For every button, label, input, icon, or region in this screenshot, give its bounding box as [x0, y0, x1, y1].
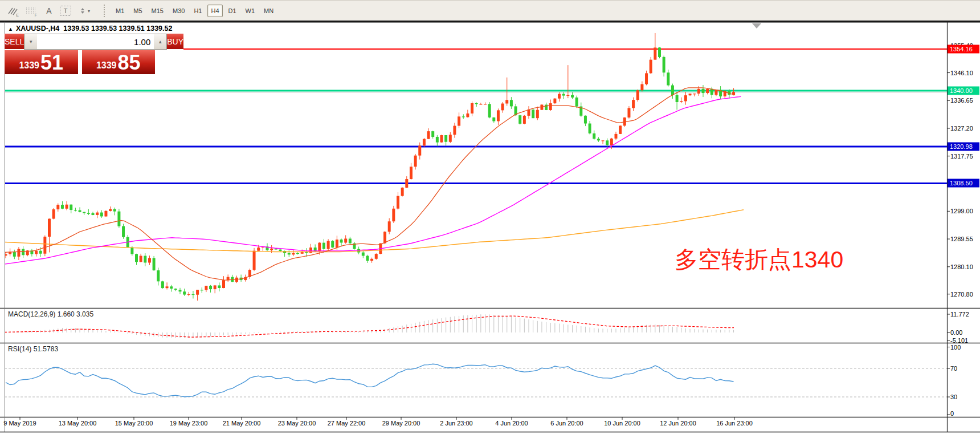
quote-divider: [78, 50, 82, 74]
text-box-icon[interactable]: T: [60, 6, 71, 16]
price-level-badge: 1320.98: [948, 143, 979, 151]
price-level-badge: 1340.00: [948, 86, 979, 95]
price-axis-tick: 1280.10: [950, 263, 973, 270]
rsi-axis-tick: 70: [950, 365, 957, 372]
time-axis-label: 29 May 20:00: [382, 420, 420, 427]
text-label-icon[interactable]: A: [42, 4, 56, 18]
macd-axis-tick: -5.101: [950, 337, 968, 344]
price-axis-tick: 1336.65: [950, 97, 973, 104]
sell-price-big: 51: [40, 52, 63, 73]
volume-increase-button[interactable]: ▲: [154, 34, 166, 49]
chart-canvas[interactable]: [0, 22, 980, 434]
volume-input[interactable]: [37, 34, 154, 49]
price-axis-tick: 1270.80: [950, 291, 973, 298]
volume-stepper: ▼ ▲: [24, 34, 167, 50]
buy-price-quote[interactable]: 1339 85: [82, 50, 156, 74]
time-axis-label: 13 May 20:00: [59, 420, 97, 427]
time-axis-label: 27 May 22:00: [328, 420, 366, 427]
price-axis-tick: 1299.00: [950, 208, 973, 214]
timeframe-button-w1[interactable]: W1: [242, 5, 259, 17]
symbol-timeframe-label: XAUUSD-,H4: [16, 25, 59, 33]
volume-decrease-button[interactable]: ▼: [24, 34, 37, 49]
time-axis-label: 2 Jun 23:00: [440, 420, 473, 427]
top-toolbar: E F A T ▾ M1M5M15M30H1H4D1W1MN: [0, 0, 980, 22]
time-axis-label: 9 May 2019: [3, 420, 36, 427]
rsi-axis-tick: 100: [950, 344, 961, 351]
time-axis-label: 6 Jun 20:00: [550, 420, 583, 427]
chevron-down-icon: ▾: [88, 9, 90, 14]
timeframe-button-m30[interactable]: M30: [169, 5, 188, 17]
price-axis-tick: 1289.55: [950, 236, 973, 242]
time-axis-label: 16 Jun 23:00: [716, 420, 753, 427]
time-axis-label: 21 May 20:00: [223, 420, 261, 427]
chart-annotation-text: 多空转折点1340: [675, 244, 843, 275]
buy-price-small: 1339: [96, 60, 117, 71]
time-axis-label: 10 Jun 20:00: [604, 420, 640, 427]
sell-button[interactable]: SELL: [5, 34, 24, 50]
buy-button[interactable]: BUY: [167, 34, 183, 50]
time-axis-label: 12 Jun 20:00: [660, 420, 696, 427]
chart-shift-marker-icon[interactable]: [752, 23, 761, 29]
macd-axis-tick: 0.00: [950, 329, 962, 336]
rsi-axis-tick: 0: [950, 410, 954, 417]
macd-axis-tick: 11.772: [950, 311, 969, 318]
price-level-badge: 1354.16: [948, 45, 979, 54]
arrow-tools-icon[interactable]: ▾: [75, 4, 94, 18]
timeframe-button-h4[interactable]: H4: [207, 5, 222, 17]
time-axis-label: 15 May 20:00: [115, 420, 153, 427]
sell-price-quote[interactable]: 1339 51: [5, 50, 78, 74]
timeframe-button-mn[interactable]: MN: [260, 5, 277, 17]
rsi-label: RSI(14) 51.5783: [8, 345, 58, 353]
time-axis-label: 19 May 23:00: [170, 420, 208, 427]
toolbar-separator: [104, 5, 107, 17]
macd-label: MACD(12,26,9) 1.660 3.035: [8, 310, 93, 318]
buy-price-big: 85: [118, 52, 141, 73]
chart-title: ▲XAUUSD-,H4 1339.53 1339.53 1339.51 1339…: [8, 25, 172, 33]
expand-triangle-icon[interactable]: ▲: [8, 26, 13, 32]
ohlc-values: 1339.53 1339.53 1339.51 1339.52: [63, 25, 172, 33]
timeframe-button-m1[interactable]: M1: [112, 5, 128, 17]
timeframe-button-h1[interactable]: H1: [190, 5, 205, 17]
time-axis-label: 23 May 20:00: [278, 420, 316, 427]
sell-price-small: 1339: [19, 60, 39, 71]
line-studies-icon[interactable]: E: [5, 4, 20, 18]
price-level-badge: 1308.50: [948, 179, 979, 188]
timeframe-button-m5[interactable]: M5: [130, 5, 145, 17]
price-axis-tick: 1346.10: [950, 70, 973, 76]
chart-window[interactable]: ▲XAUUSD-,H4 1339.53 1339.53 1339.51 1339…: [0, 22, 980, 434]
timeframe-group: M1M5M15M30H1H4D1W1MN: [111, 5, 278, 17]
time-axis-label: 4 Jun 20:00: [495, 420, 528, 427]
one-click-trading-panel: SELL ▼ ▲ BUY 1339 51 1339 85: [5, 34, 155, 74]
timeframe-button-d1[interactable]: D1: [225, 5, 240, 17]
rsi-axis-tick: 30: [950, 394, 957, 400]
fibonacci-icon[interactable]: F: [23, 4, 38, 18]
timeframe-button-m15[interactable]: M15: [148, 5, 167, 17]
price-axis-tick: 1317.75: [950, 153, 973, 160]
price-axis-tick: 1327.20: [950, 125, 973, 132]
